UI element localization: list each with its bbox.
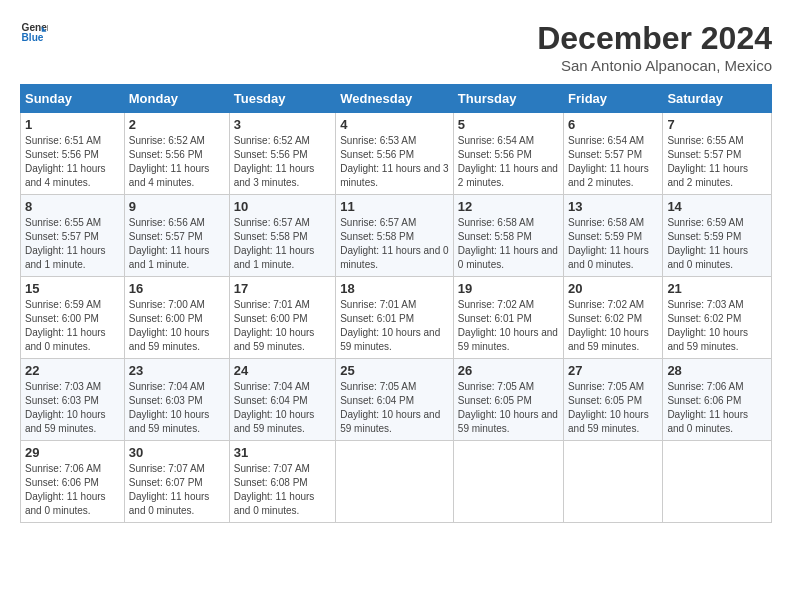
calendar-cell: 17Sunrise: 7:01 AM Sunset: 6:00 PM Dayli…	[229, 277, 335, 359]
calendar-cell: 19Sunrise: 7:02 AM Sunset: 6:01 PM Dayli…	[453, 277, 563, 359]
calendar-cell: 2Sunrise: 6:52 AM Sunset: 5:56 PM Daylig…	[124, 113, 229, 195]
calendar-cell: 31Sunrise: 7:07 AM Sunset: 6:08 PM Dayli…	[229, 441, 335, 523]
day-info: Sunrise: 7:06 AM Sunset: 6:06 PM Dayligh…	[667, 380, 767, 436]
day-number: 25	[340, 363, 449, 378]
day-info: Sunrise: 7:05 AM Sunset: 6:05 PM Dayligh…	[568, 380, 658, 436]
calendar-cell: 11Sunrise: 6:57 AM Sunset: 5:58 PM Dayli…	[336, 195, 454, 277]
day-number: 15	[25, 281, 120, 296]
day-number: 8	[25, 199, 120, 214]
calendar-cell: 28Sunrise: 7:06 AM Sunset: 6:06 PM Dayli…	[663, 359, 772, 441]
day-number: 10	[234, 199, 331, 214]
calendar-cell: 6Sunrise: 6:54 AM Sunset: 5:57 PM Daylig…	[564, 113, 663, 195]
calendar-cell: 9Sunrise: 6:56 AM Sunset: 5:57 PM Daylig…	[124, 195, 229, 277]
svg-text:Blue: Blue	[22, 32, 44, 43]
day-info: Sunrise: 7:04 AM Sunset: 6:03 PM Dayligh…	[129, 380, 225, 436]
day-number: 14	[667, 199, 767, 214]
day-info: Sunrise: 7:01 AM Sunset: 6:00 PM Dayligh…	[234, 298, 331, 354]
day-number: 30	[129, 445, 225, 460]
calendar-cell: 27Sunrise: 7:05 AM Sunset: 6:05 PM Dayli…	[564, 359, 663, 441]
day-info: Sunrise: 6:57 AM Sunset: 5:58 PM Dayligh…	[340, 216, 449, 272]
day-info: Sunrise: 6:52 AM Sunset: 5:56 PM Dayligh…	[129, 134, 225, 190]
day-info: Sunrise: 7:03 AM Sunset: 6:02 PM Dayligh…	[667, 298, 767, 354]
title-area: December 2024 San Antonio Alpanocan, Mex…	[537, 20, 772, 74]
day-info: Sunrise: 6:54 AM Sunset: 5:56 PM Dayligh…	[458, 134, 559, 190]
calendar-cell: 16Sunrise: 7:00 AM Sunset: 6:00 PM Dayli…	[124, 277, 229, 359]
logo: General Blue	[20, 20, 48, 48]
day-number: 9	[129, 199, 225, 214]
day-info: Sunrise: 7:00 AM Sunset: 6:00 PM Dayligh…	[129, 298, 225, 354]
day-number: 16	[129, 281, 225, 296]
day-info: Sunrise: 7:07 AM Sunset: 6:08 PM Dayligh…	[234, 462, 331, 518]
day-number: 5	[458, 117, 559, 132]
day-info: Sunrise: 6:52 AM Sunset: 5:56 PM Dayligh…	[234, 134, 331, 190]
calendar-cell: 12Sunrise: 6:58 AM Sunset: 5:58 PM Dayli…	[453, 195, 563, 277]
calendar-cell: 25Sunrise: 7:05 AM Sunset: 6:04 PM Dayli…	[336, 359, 454, 441]
day-info: Sunrise: 6:58 AM Sunset: 5:59 PM Dayligh…	[568, 216, 658, 272]
logo-icon: General Blue	[20, 20, 48, 48]
calendar-cell: 30Sunrise: 7:07 AM Sunset: 6:07 PM Dayli…	[124, 441, 229, 523]
calendar-cell: 26Sunrise: 7:05 AM Sunset: 6:05 PM Dayli…	[453, 359, 563, 441]
calendar-cell: 29Sunrise: 7:06 AM Sunset: 6:06 PM Dayli…	[21, 441, 125, 523]
day-info: Sunrise: 7:02 AM Sunset: 6:02 PM Dayligh…	[568, 298, 658, 354]
calendar-cell	[453, 441, 563, 523]
calendar-cell: 4Sunrise: 6:53 AM Sunset: 5:56 PM Daylig…	[336, 113, 454, 195]
col-header-sunday: Sunday	[21, 85, 125, 113]
sub-title: San Antonio Alpanocan, Mexico	[537, 57, 772, 74]
day-number: 6	[568, 117, 658, 132]
day-number: 17	[234, 281, 331, 296]
calendar-cell: 24Sunrise: 7:04 AM Sunset: 6:04 PM Dayli…	[229, 359, 335, 441]
calendar-cell: 1Sunrise: 6:51 AM Sunset: 5:56 PM Daylig…	[21, 113, 125, 195]
day-number: 29	[25, 445, 120, 460]
day-info: Sunrise: 6:59 AM Sunset: 5:59 PM Dayligh…	[667, 216, 767, 272]
col-header-wednesday: Wednesday	[336, 85, 454, 113]
day-info: Sunrise: 6:59 AM Sunset: 6:00 PM Dayligh…	[25, 298, 120, 354]
calendar-cell: 21Sunrise: 7:03 AM Sunset: 6:02 PM Dayli…	[663, 277, 772, 359]
day-number: 28	[667, 363, 767, 378]
calendar-cell: 5Sunrise: 6:54 AM Sunset: 5:56 PM Daylig…	[453, 113, 563, 195]
day-info: Sunrise: 7:06 AM Sunset: 6:06 PM Dayligh…	[25, 462, 120, 518]
day-info: Sunrise: 7:03 AM Sunset: 6:03 PM Dayligh…	[25, 380, 120, 436]
day-number: 19	[458, 281, 559, 296]
day-number: 20	[568, 281, 658, 296]
day-number: 31	[234, 445, 331, 460]
day-info: Sunrise: 6:55 AM Sunset: 5:57 PM Dayligh…	[25, 216, 120, 272]
day-number: 27	[568, 363, 658, 378]
day-info: Sunrise: 6:55 AM Sunset: 5:57 PM Dayligh…	[667, 134, 767, 190]
day-number: 23	[129, 363, 225, 378]
day-number: 18	[340, 281, 449, 296]
col-header-monday: Monday	[124, 85, 229, 113]
day-info: Sunrise: 6:56 AM Sunset: 5:57 PM Dayligh…	[129, 216, 225, 272]
day-number: 26	[458, 363, 559, 378]
day-info: Sunrise: 6:57 AM Sunset: 5:58 PM Dayligh…	[234, 216, 331, 272]
day-info: Sunrise: 7:01 AM Sunset: 6:01 PM Dayligh…	[340, 298, 449, 354]
day-info: Sunrise: 6:53 AM Sunset: 5:56 PM Dayligh…	[340, 134, 449, 190]
day-number: 4	[340, 117, 449, 132]
calendar-cell	[564, 441, 663, 523]
calendar-cell	[336, 441, 454, 523]
day-number: 1	[25, 117, 120, 132]
calendar-cell: 22Sunrise: 7:03 AM Sunset: 6:03 PM Dayli…	[21, 359, 125, 441]
calendar-cell: 13Sunrise: 6:58 AM Sunset: 5:59 PM Dayli…	[564, 195, 663, 277]
header: General Blue December 2024 San Antonio A…	[20, 20, 772, 74]
calendar-cell: 3Sunrise: 6:52 AM Sunset: 5:56 PM Daylig…	[229, 113, 335, 195]
calendar-cell: 14Sunrise: 6:59 AM Sunset: 5:59 PM Dayli…	[663, 195, 772, 277]
day-info: Sunrise: 7:07 AM Sunset: 6:07 PM Dayligh…	[129, 462, 225, 518]
day-number: 21	[667, 281, 767, 296]
day-info: Sunrise: 7:05 AM Sunset: 6:04 PM Dayligh…	[340, 380, 449, 436]
calendar-cell	[663, 441, 772, 523]
day-number: 22	[25, 363, 120, 378]
main-title: December 2024	[537, 20, 772, 57]
day-number: 11	[340, 199, 449, 214]
calendar-cell: 20Sunrise: 7:02 AM Sunset: 6:02 PM Dayli…	[564, 277, 663, 359]
calendar-week-row: 15Sunrise: 6:59 AM Sunset: 6:00 PM Dayli…	[21, 277, 772, 359]
day-number: 7	[667, 117, 767, 132]
day-number: 2	[129, 117, 225, 132]
day-number: 3	[234, 117, 331, 132]
col-header-friday: Friday	[564, 85, 663, 113]
day-info: Sunrise: 6:54 AM Sunset: 5:57 PM Dayligh…	[568, 134, 658, 190]
calendar-week-row: 29Sunrise: 7:06 AM Sunset: 6:06 PM Dayli…	[21, 441, 772, 523]
calendar-cell: 7Sunrise: 6:55 AM Sunset: 5:57 PM Daylig…	[663, 113, 772, 195]
day-info: Sunrise: 6:58 AM Sunset: 5:58 PM Dayligh…	[458, 216, 559, 272]
col-header-thursday: Thursday	[453, 85, 563, 113]
calendar-cell: 10Sunrise: 6:57 AM Sunset: 5:58 PM Dayli…	[229, 195, 335, 277]
